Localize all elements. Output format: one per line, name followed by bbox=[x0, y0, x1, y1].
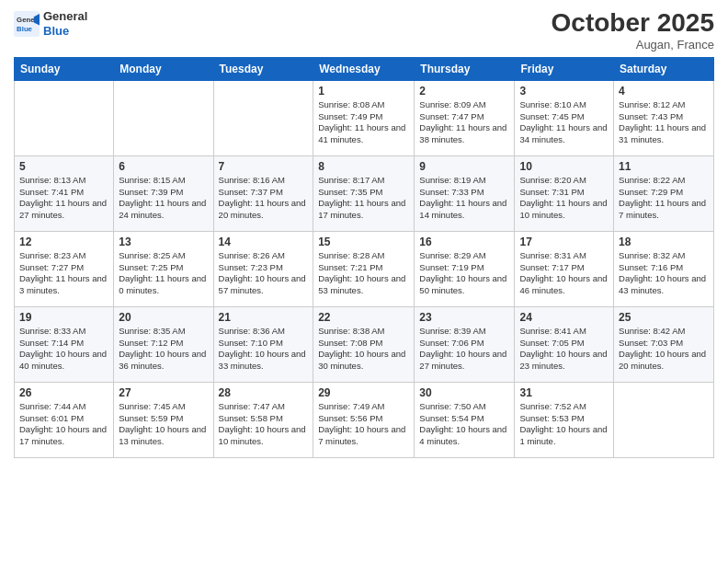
day-info: Sunrise: 8:33 AM Sunset: 7:14 PM Dayligh… bbox=[19, 326, 108, 373]
calendar-cell: 20Sunrise: 8:35 AM Sunset: 7:12 PM Dayli… bbox=[114, 306, 213, 382]
col-wednesday: Wednesday bbox=[313, 57, 415, 80]
day-info: Sunrise: 8:38 AM Sunset: 7:08 PM Dayligh… bbox=[318, 326, 409, 373]
calendar-cell: 19Sunrise: 8:33 AM Sunset: 7:14 PM Dayli… bbox=[15, 306, 114, 382]
calendar-cell: 21Sunrise: 8:36 AM Sunset: 7:10 PM Dayli… bbox=[213, 306, 313, 382]
calendar-cell: 28Sunrise: 7:47 AM Sunset: 5:58 PM Dayli… bbox=[213, 382, 313, 457]
day-info: Sunrise: 8:28 AM Sunset: 7:21 PM Dayligh… bbox=[318, 250, 409, 297]
day-number: 7 bbox=[219, 160, 309, 173]
calendar-cell: 1Sunrise: 8:08 AM Sunset: 7:49 PM Daylig… bbox=[313, 80, 415, 155]
header: General Blue General Blue October 2025 A… bbox=[14, 9, 714, 52]
col-friday: Friday bbox=[515, 57, 614, 80]
calendar-cell bbox=[213, 80, 313, 155]
page-container: General Blue General Blue October 2025 A… bbox=[0, 0, 728, 467]
day-info: Sunrise: 8:41 AM Sunset: 7:05 PM Dayligh… bbox=[519, 326, 609, 373]
day-number: 1 bbox=[318, 85, 409, 98]
day-info: Sunrise: 8:42 AM Sunset: 7:03 PM Dayligh… bbox=[619, 326, 709, 373]
day-number: 11 bbox=[619, 160, 709, 173]
logo: General Blue General Blue bbox=[14, 9, 87, 38]
calendar-cell: 25Sunrise: 8:42 AM Sunset: 7:03 PM Dayli… bbox=[614, 306, 714, 382]
day-info: Sunrise: 8:10 AM Sunset: 7:45 PM Dayligh… bbox=[519, 99, 609, 146]
day-number: 18 bbox=[619, 236, 709, 248]
day-info: Sunrise: 8:19 AM Sunset: 7:33 PM Dayligh… bbox=[419, 175, 509, 222]
calendar-cell bbox=[114, 80, 213, 155]
svg-text:Blue: Blue bbox=[17, 24, 33, 32]
day-number: 6 bbox=[119, 160, 208, 173]
day-info: Sunrise: 7:52 AM Sunset: 5:53 PM Dayligh… bbox=[519, 401, 609, 448]
day-info: Sunrise: 8:22 AM Sunset: 7:29 PM Dayligh… bbox=[619, 175, 709, 222]
day-info: Sunrise: 8:32 AM Sunset: 7:16 PM Dayligh… bbox=[619, 250, 709, 297]
day-number: 14 bbox=[219, 236, 309, 248]
calendar-cell: 3Sunrise: 8:10 AM Sunset: 7:45 PM Daylig… bbox=[515, 80, 614, 155]
col-thursday: Thursday bbox=[415, 57, 515, 80]
day-info: Sunrise: 8:15 AM Sunset: 7:39 PM Dayligh… bbox=[119, 175, 208, 222]
day-number: 31 bbox=[519, 386, 609, 399]
day-number: 25 bbox=[619, 311, 709, 324]
col-saturday: Saturday bbox=[614, 57, 714, 80]
day-number: 30 bbox=[419, 386, 509, 399]
calendar-cell: 9Sunrise: 8:19 AM Sunset: 7:33 PM Daylig… bbox=[415, 155, 515, 231]
day-info: Sunrise: 8:39 AM Sunset: 7:06 PM Dayligh… bbox=[419, 326, 509, 373]
calendar-cell: 27Sunrise: 7:45 AM Sunset: 5:59 PM Dayli… bbox=[114, 382, 213, 457]
calendar-cell: 7Sunrise: 8:16 AM Sunset: 7:37 PM Daylig… bbox=[213, 155, 313, 231]
day-number: 12 bbox=[19, 236, 108, 248]
calendar-table: Sunday Monday Tuesday Wednesday Thursday… bbox=[14, 57, 714, 458]
calendar-cell: 12Sunrise: 8:23 AM Sunset: 7:27 PM Dayli… bbox=[15, 231, 114, 306]
day-number: 26 bbox=[19, 386, 108, 399]
col-monday: Monday bbox=[114, 57, 213, 80]
calendar-cell: 5Sunrise: 8:13 AM Sunset: 7:41 PM Daylig… bbox=[15, 155, 114, 231]
day-info: Sunrise: 8:09 AM Sunset: 7:47 PM Dayligh… bbox=[419, 99, 509, 146]
col-tuesday: Tuesday bbox=[213, 57, 313, 80]
calendar-cell: 16Sunrise: 8:29 AM Sunset: 7:19 PM Dayli… bbox=[415, 231, 515, 306]
day-info: Sunrise: 7:45 AM Sunset: 5:59 PM Dayligh… bbox=[119, 401, 208, 448]
logo-text-line1: General bbox=[43, 9, 87, 24]
calendar-cell: 24Sunrise: 8:41 AM Sunset: 7:05 PM Dayli… bbox=[515, 306, 614, 382]
day-number: 28 bbox=[219, 386, 309, 399]
day-info: Sunrise: 8:31 AM Sunset: 7:17 PM Dayligh… bbox=[519, 250, 609, 297]
day-number: 16 bbox=[419, 236, 509, 248]
day-info: Sunrise: 8:17 AM Sunset: 7:35 PM Dayligh… bbox=[318, 175, 409, 222]
day-number: 29 bbox=[318, 386, 409, 399]
calendar-cell: 8Sunrise: 8:17 AM Sunset: 7:35 PM Daylig… bbox=[313, 155, 415, 231]
day-number: 5 bbox=[19, 160, 108, 173]
day-number: 3 bbox=[519, 85, 609, 98]
calendar-week-2: 5Sunrise: 8:13 AM Sunset: 7:41 PM Daylig… bbox=[15, 155, 714, 231]
day-info: Sunrise: 8:26 AM Sunset: 7:23 PM Dayligh… bbox=[219, 250, 309, 297]
day-info: Sunrise: 7:44 AM Sunset: 6:01 PM Dayligh… bbox=[19, 401, 108, 448]
day-number: 27 bbox=[119, 386, 208, 399]
day-number: 9 bbox=[419, 160, 509, 173]
calendar-cell: 22Sunrise: 8:38 AM Sunset: 7:08 PM Dayli… bbox=[313, 306, 415, 382]
calendar-week-5: 26Sunrise: 7:44 AM Sunset: 6:01 PM Dayli… bbox=[15, 382, 714, 457]
day-info: Sunrise: 8:35 AM Sunset: 7:12 PM Dayligh… bbox=[119, 326, 208, 373]
day-number: 8 bbox=[318, 160, 409, 173]
day-info: Sunrise: 7:49 AM Sunset: 5:56 PM Dayligh… bbox=[318, 401, 409, 448]
location-label: Augan, France bbox=[552, 38, 714, 52]
calendar-cell: 15Sunrise: 8:28 AM Sunset: 7:21 PM Dayli… bbox=[313, 231, 415, 306]
day-number: 2 bbox=[419, 85, 509, 98]
logo-text-line2: Blue bbox=[43, 24, 87, 39]
title-block: October 2025 Augan, France bbox=[552, 9, 714, 52]
day-info: Sunrise: 8:36 AM Sunset: 7:10 PM Dayligh… bbox=[219, 326, 309, 373]
calendar-cell: 17Sunrise: 8:31 AM Sunset: 7:17 PM Dayli… bbox=[515, 231, 614, 306]
day-info: Sunrise: 8:08 AM Sunset: 7:49 PM Dayligh… bbox=[318, 99, 409, 146]
day-info: Sunrise: 8:25 AM Sunset: 7:25 PM Dayligh… bbox=[119, 250, 208, 297]
day-number: 4 bbox=[619, 85, 709, 98]
day-number: 20 bbox=[119, 311, 208, 324]
day-number: 17 bbox=[519, 236, 609, 248]
calendar-cell: 4Sunrise: 8:12 AM Sunset: 7:43 PM Daylig… bbox=[614, 80, 714, 155]
month-title: October 2025 bbox=[552, 9, 714, 38]
calendar-week-1: 1Sunrise: 8:08 AM Sunset: 7:49 PM Daylig… bbox=[15, 80, 714, 155]
day-number: 15 bbox=[318, 236, 409, 248]
day-number: 21 bbox=[219, 311, 309, 324]
day-info: Sunrise: 8:20 AM Sunset: 7:31 PM Dayligh… bbox=[519, 175, 609, 222]
calendar-week-4: 19Sunrise: 8:33 AM Sunset: 7:14 PM Dayli… bbox=[15, 306, 714, 382]
calendar-week-3: 12Sunrise: 8:23 AM Sunset: 7:27 PM Dayli… bbox=[15, 231, 714, 306]
col-sunday: Sunday bbox=[15, 57, 114, 80]
calendar-cell: 2Sunrise: 8:09 AM Sunset: 7:47 PM Daylig… bbox=[415, 80, 515, 155]
calendar-cell: 10Sunrise: 8:20 AM Sunset: 7:31 PM Dayli… bbox=[515, 155, 614, 231]
calendar-cell: 31Sunrise: 7:52 AM Sunset: 5:53 PM Dayli… bbox=[515, 382, 614, 457]
day-number: 19 bbox=[19, 311, 108, 324]
day-number: 13 bbox=[119, 236, 208, 248]
calendar-cell: 18Sunrise: 8:32 AM Sunset: 7:16 PM Dayli… bbox=[614, 231, 714, 306]
day-info: Sunrise: 7:47 AM Sunset: 5:58 PM Dayligh… bbox=[219, 401, 309, 448]
day-number: 23 bbox=[419, 311, 509, 324]
